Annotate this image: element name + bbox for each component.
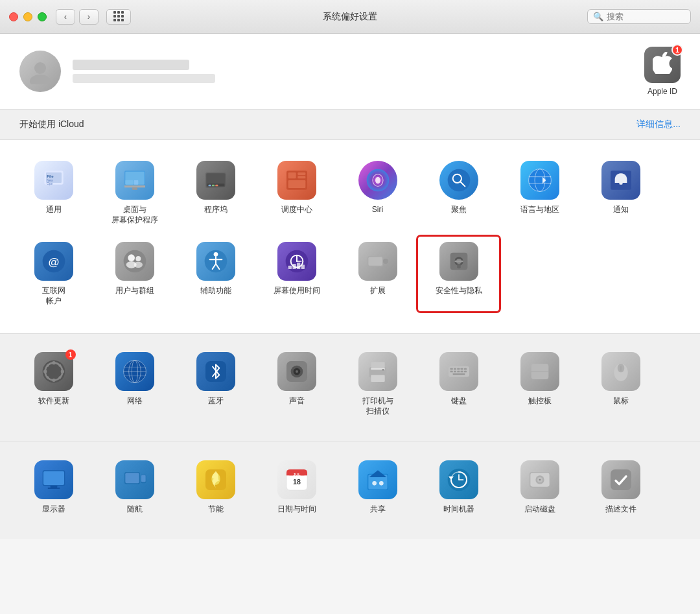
svg-point-70 [52, 379, 55, 382]
back-button[interactable]: ‹ [56, 9, 75, 25]
icon-item-notifications[interactable]: 通知 [580, 156, 661, 230]
svg-rect-101 [454, 371, 456, 373]
icon-item-printer[interactable]: 打印机与 扫描仪 [337, 347, 418, 421]
icon-item-display[interactable]: 显示器 [13, 455, 94, 520]
profile-name-area [73, 60, 215, 83]
startup-icon [520, 460, 559, 499]
svg-rect-96 [454, 368, 456, 370]
icon-item-datetime[interactable]: JUL 18 日期与时间 [256, 455, 337, 520]
sound-label: 声音 [289, 396, 305, 407]
apple-icon [653, 52, 672, 78]
svg-point-26 [375, 177, 380, 184]
desktop-label: 桌面与 屏幕保护程序 [111, 205, 158, 225]
icon-item-trackpad[interactable]: 触控板 [499, 347, 580, 421]
svg-rect-61 [368, 257, 382, 266]
icon-item-general[interactable]: FileNewOpe 通用 [13, 156, 94, 230]
general-icon: FileNewOpe [34, 161, 73, 200]
email-blur [73, 74, 215, 83]
icon-item-extensions[interactable]: 扩展 [337, 237, 418, 311]
icon-item-screentime[interactable]: 屏幕使用时间 [256, 237, 337, 311]
icon-item-timemachine[interactable]: 时间机器 [418, 455, 499, 520]
notifications-label: 通知 [613, 205, 629, 215]
icon-item-siri[interactable]: Siri [337, 156, 418, 230]
icon-item-language[interactable]: 语言与地区 [499, 156, 580, 230]
dock-label: 程序坞 [204, 205, 228, 215]
close-button[interactable] [9, 12, 18, 21]
window-title: 系统偏好设置 [323, 11, 377, 23]
datetime-label: 日期与时间 [277, 504, 316, 515]
printer-label: 打印机与 扫描仪 [362, 396, 393, 416]
icon-item-keyboard[interactable]: 键盘 [418, 347, 499, 421]
svg-text:@: @ [48, 255, 59, 268]
icon-item-mission[interactable]: 调度中心 [256, 156, 337, 230]
icon-item-network[interactable]: 网络 [94, 347, 175, 421]
software-badge: 1 [65, 349, 76, 360]
search-input[interactable] [607, 12, 684, 21]
network-label: 网络 [127, 396, 143, 407]
row1-section: FileNewOpe 通用 桌面与 屏幕保护程序 程序坞 调度中心 Siri 聚… [0, 140, 700, 334]
svg-rect-95 [450, 368, 452, 370]
icon-item-handoff[interactable]: 随航 [94, 455, 175, 520]
icon-item-internet[interactable]: @ 互联网 帐户 [13, 237, 94, 311]
profile-left [19, 51, 215, 92]
access-label: 辅助功能 [200, 286, 231, 296]
svg-point-40 [123, 250, 146, 273]
main-content: 1 Apple ID 开始使用 iCloud 详细信息... FileNewOp… [0, 34, 700, 614]
icon-item-sound[interactable]: 声音 [256, 347, 337, 421]
avatar [19, 51, 61, 92]
svg-text:JUL: JUL [293, 472, 301, 476]
keyboard-icon [439, 352, 478, 391]
notifications-icon [601, 161, 640, 200]
maximize-button[interactable] [38, 12, 47, 21]
grid-button[interactable] [106, 9, 131, 25]
svg-rect-90 [371, 362, 384, 368]
software-label: 软件更新 [38, 396, 69, 407]
svg-rect-18 [215, 185, 218, 187]
icon-item-software[interactable]: 1软件更新 [13, 347, 94, 421]
svg-point-0 [34, 62, 46, 74]
search-bar[interactable]: 🔍 [587, 9, 691, 24]
icon-item-access[interactable]: 辅助功能 [175, 237, 256, 311]
forward-button[interactable]: › [79, 9, 99, 25]
icon-item-bluetooth[interactable]: 蓝牙 [175, 347, 256, 421]
svg-rect-98 [460, 368, 463, 370]
svg-rect-58 [301, 265, 304, 270]
icon-item-spotlight[interactable]: 聚焦 [418, 156, 499, 230]
svg-rect-57 [297, 263, 300, 269]
icloud-detail-link[interactable]: 详细信息... [636, 119, 681, 130]
svg-point-27 [447, 169, 470, 192]
svg-rect-10 [132, 187, 137, 189]
apple-id-area[interactable]: 1 Apple ID [644, 47, 681, 96]
software-icon: 1 [34, 352, 73, 391]
svg-point-72 [60, 370, 64, 373]
spotlight-label: 聚焦 [451, 205, 467, 215]
svg-rect-104 [464, 371, 467, 373]
svg-point-46 [213, 252, 218, 257]
security-icon [439, 242, 478, 281]
minimize-button[interactable] [23, 12, 32, 21]
profiles-label: 描述文件 [605, 504, 636, 515]
icon-item-energy[interactable]: 节能 [175, 455, 256, 520]
icon-item-users[interactable]: 用户与群组 [94, 237, 175, 311]
icon-item-desktop[interactable]: 桌面与 屏幕保护程序 [94, 156, 175, 230]
svg-rect-17 [212, 185, 215, 187]
svg-point-1 [30, 75, 51, 84]
name-blur [73, 60, 189, 70]
icon-item-mouse[interactable]: 鼠标 [580, 347, 661, 421]
icon-item-security[interactable]: 安全性与隐私 [418, 237, 499, 311]
icons-row-4: 显示器 随航 节能 JUL 18 日期与时间 共享 时间机器 启动磁盘 描述 [13, 455, 687, 520]
icon-item-sharing[interactable]: 共享 [337, 455, 418, 520]
svg-rect-60 [383, 259, 388, 264]
profiles-icon [601, 460, 640, 499]
svg-point-140 [539, 478, 541, 480]
svg-rect-9 [124, 185, 145, 187]
svg-point-71 [43, 370, 47, 373]
icon-item-dock[interactable]: 程序坞 [175, 156, 256, 230]
handoff-icon [115, 460, 154, 499]
svg-point-130 [379, 481, 384, 486]
icon-item-profiles[interactable]: 描述文件 [580, 455, 661, 520]
icon-item-startup[interactable]: 启动磁盘 [499, 455, 580, 520]
sharing-label: 共享 [370, 504, 386, 515]
search-icon: 🔍 [593, 12, 603, 21]
general-label: 通用 [46, 205, 62, 215]
